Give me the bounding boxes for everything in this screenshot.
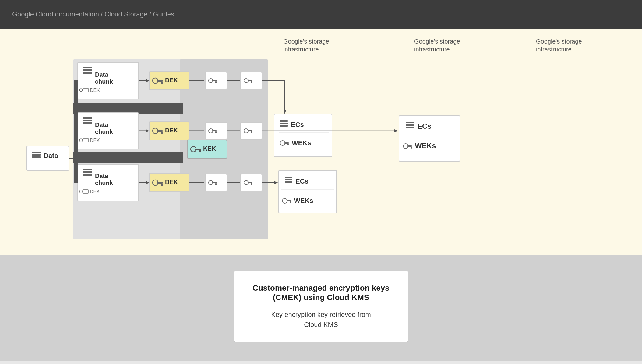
ecs-bot: ECs xyxy=(295,177,309,185)
svg-rect-70 xyxy=(212,182,217,183)
chunk-title-2b: chunk xyxy=(95,128,113,135)
svg-rect-2 xyxy=(83,72,92,74)
svg-rect-87 xyxy=(32,156,41,158)
chunk-dek-label-1: DEK xyxy=(90,88,100,93)
svg-marker-77 xyxy=(274,181,278,184)
ecs-mid: ECs xyxy=(417,122,432,130)
svg-rect-20 xyxy=(251,81,252,83)
svg-rect-51 xyxy=(406,122,414,123)
svg-rect-32 xyxy=(83,120,92,121)
svg-rect-30 xyxy=(287,144,289,145)
main-area: Google's storageinfrastructure Google's … xyxy=(0,29,642,255)
band-top xyxy=(73,103,183,114)
svg-rect-16 xyxy=(199,150,201,152)
svg-rect-80 xyxy=(285,181,292,183)
dek-label-2: DEK xyxy=(165,127,178,134)
dek-label-3: DEK xyxy=(165,179,178,185)
band-bot xyxy=(73,152,183,163)
chunk-title-2: Data xyxy=(95,121,108,128)
chunk-title-1: Data xyxy=(95,71,108,78)
legend-title: Customer-managed encryption keys(CMEK) u… xyxy=(252,283,389,302)
svg-rect-78 xyxy=(285,177,292,178)
kek-label: KEK xyxy=(203,145,216,152)
svg-rect-29 xyxy=(284,142,289,144)
chunk-dek-label-2: DEK xyxy=(90,138,100,143)
svg-rect-79 xyxy=(285,179,292,180)
svg-rect-15 xyxy=(195,149,201,150)
svg-rect-44 xyxy=(215,131,217,133)
svg-rect-84 xyxy=(290,201,291,203)
svg-rect-53 xyxy=(406,127,414,128)
svg-rect-43 xyxy=(212,130,217,131)
top-bar: Google Cloud documentation / Cloud Stora… xyxy=(0,0,642,29)
infra-labels: Google's storageinfrastructure Google's … xyxy=(283,37,615,53)
svg-rect-1 xyxy=(83,69,92,71)
svg-rect-86 xyxy=(32,154,41,156)
svg-rect-26 xyxy=(280,125,288,127)
svg-rect-48 xyxy=(251,131,252,133)
svg-rect-75 xyxy=(251,183,252,185)
svg-rect-9 xyxy=(161,82,163,84)
svg-rect-8 xyxy=(157,80,163,82)
svg-marker-50 xyxy=(394,129,398,132)
chunk-title-1b: chunk xyxy=(95,78,113,85)
svg-rect-52 xyxy=(406,124,414,126)
svg-rect-47 xyxy=(248,130,252,131)
legend-description: Key encryption key retrieved fromCloud K… xyxy=(252,310,389,330)
dek-label-1: DEK xyxy=(165,77,178,83)
infra-label-2: Google's storageinfrastructure xyxy=(414,37,499,53)
svg-rect-25 xyxy=(280,123,288,124)
svg-rect-74 xyxy=(248,182,252,183)
weks-bot: WEKs xyxy=(294,197,313,205)
svg-rect-83 xyxy=(287,200,291,201)
svg-rect-57 xyxy=(411,147,412,149)
svg-rect-58 xyxy=(83,169,92,170)
svg-rect-33 xyxy=(83,122,92,124)
infra-label-3: Google's storageinfrastructure xyxy=(536,37,615,53)
data-label: Data xyxy=(44,152,58,159)
svg-rect-67 xyxy=(161,184,163,186)
diagram-svg: Data chunk DEK DEK KEK xyxy=(18,56,627,245)
svg-rect-13 xyxy=(215,81,217,83)
chunk-title-3: Data xyxy=(95,173,108,179)
infra-label-1: Google's storageinfrastructure xyxy=(283,37,362,53)
bottom-area: Customer-managed encryption keys(CMEK) u… xyxy=(0,255,642,361)
svg-rect-59 xyxy=(83,171,92,173)
svg-rect-39 xyxy=(157,130,163,132)
weks-top: WEKs xyxy=(292,139,311,147)
svg-rect-85 xyxy=(32,152,41,153)
top-bar-text: Google Cloud documentation / Cloud Stora… xyxy=(12,10,174,19)
chunk-dek-label-3: DEK xyxy=(90,189,100,194)
svg-rect-12 xyxy=(212,80,217,81)
svg-rect-60 xyxy=(83,174,92,176)
weks-mid: WEKs xyxy=(415,142,436,150)
ecs-top: ECs xyxy=(291,121,304,128)
svg-rect-31 xyxy=(83,117,92,119)
svg-rect-56 xyxy=(407,145,412,147)
svg-marker-23 xyxy=(283,110,286,114)
chunk-title-3b: chunk xyxy=(95,180,113,186)
legend-box: Customer-managed encryption keys(CMEK) u… xyxy=(234,271,408,342)
svg-rect-40 xyxy=(161,132,163,134)
svg-rect-66 xyxy=(157,182,163,184)
svg-rect-24 xyxy=(280,120,288,122)
vertical-connector xyxy=(74,81,78,183)
svg-rect-71 xyxy=(215,183,217,185)
svg-rect-19 xyxy=(248,80,252,81)
svg-rect-0 xyxy=(83,67,92,68)
